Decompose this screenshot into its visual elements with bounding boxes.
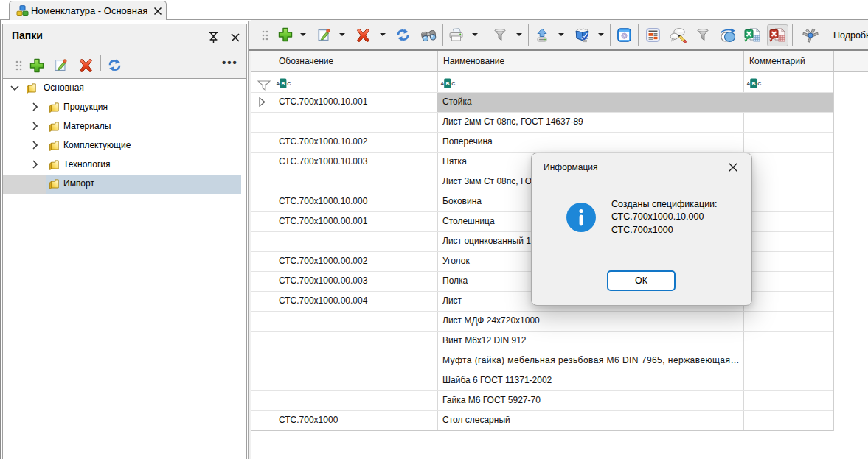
svg-text:B: B — [445, 81, 449, 86]
svg-text:B: B — [281, 81, 285, 86]
svg-text:A: A — [440, 81, 444, 86]
svg-text:B: B — [751, 81, 755, 86]
svg-text:A: A — [276, 81, 280, 86]
svg-text:C: C — [451, 81, 455, 86]
svg-text:C: C — [757, 81, 761, 86]
svg-text:C: C — [287, 81, 291, 86]
svg-text:A: A — [746, 81, 750, 86]
